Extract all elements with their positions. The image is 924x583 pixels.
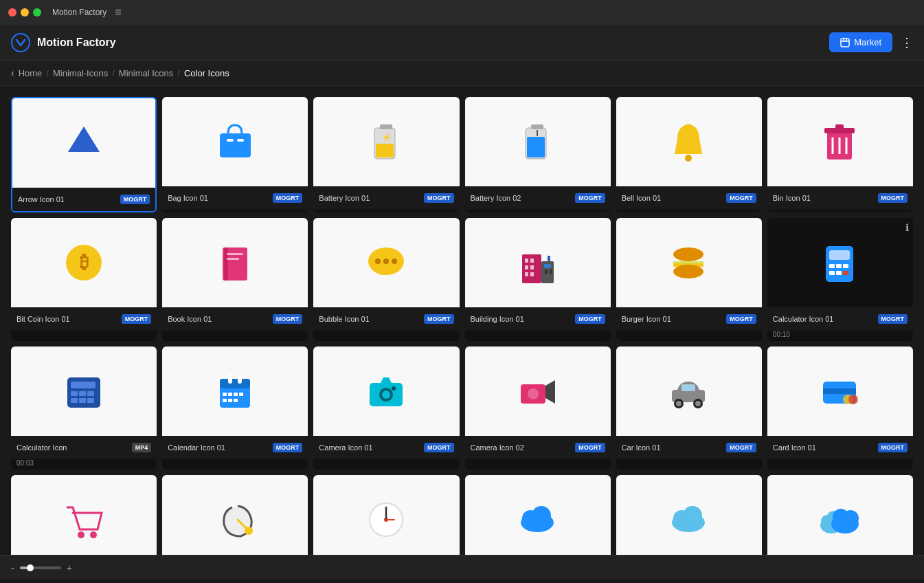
svg-rect-69 xyxy=(228,393,232,396)
title-bar-app-name: Motion Factory xyxy=(52,8,106,17)
zoom-out-button[interactable]: - xyxy=(11,562,14,573)
minimize-button[interactable] xyxy=(21,8,29,16)
card-label: Bell Icon 01 xyxy=(622,194,727,202)
card-calculator-icon[interactable]: Calculator Icon MP4 00:03 xyxy=(11,346,157,470)
maximize-button[interactable] xyxy=(33,8,41,16)
breadcrumb-minimal-icons-2[interactable]: Minimal Icons xyxy=(119,68,173,78)
card-arrow-icon-01[interactable]: Arrow Icon 01 MOGRT xyxy=(11,97,157,212)
svg-point-0 xyxy=(12,34,30,52)
card-book-icon-01[interactable]: Book Icon 01 MOGRT xyxy=(162,218,308,341)
card-footer: Camera Icon 02 MOGRT xyxy=(465,436,611,459)
svg-point-81 xyxy=(528,388,539,399)
app-title: Motion Factory xyxy=(37,36,116,49)
svg-rect-61 xyxy=(71,398,78,403)
traffic-lights xyxy=(8,8,41,16)
card-footer: Calculator Icon MP4 xyxy=(11,436,157,459)
svg-point-31 xyxy=(392,258,397,264)
close-button[interactable] xyxy=(8,8,16,16)
breadcrumb: ‹ Home / Minimal-Icons / Minimal Icons /… xyxy=(0,60,924,86)
badge-mogrt: MOGRT xyxy=(424,193,454,203)
card-footer: Bell Icon 01 MOGRT xyxy=(616,186,762,210)
hamburger-icon[interactable]: ≡ xyxy=(115,6,121,19)
svg-rect-42 xyxy=(544,264,551,268)
card-label: Camera Icon 01 xyxy=(319,443,424,452)
svg-point-101 xyxy=(532,506,551,525)
more-options-button[interactable]: ⋮ xyxy=(901,35,913,50)
card-bubble-icon-01[interactable]: Bubble Icon 01 MOGRT xyxy=(313,218,459,341)
svg-rect-8 xyxy=(376,144,394,157)
badge-mogrt: MOGRT xyxy=(878,193,908,203)
svg-rect-66 xyxy=(228,374,232,384)
card-calculator-icon-01[interactable]: ℹ Calculator Icon 01 MOGRT 00:10 xyxy=(767,218,913,341)
card-cart-icon-01[interactable]: Cart Icon 01 MP4 00:03 xyxy=(11,475,157,555)
card-card-icon-01[interactable]: Card Icon 01 MOGRT xyxy=(767,346,913,470)
svg-point-93 xyxy=(90,531,97,538)
card-building-icon-01[interactable]: Building Icon 01 MOGRT xyxy=(465,218,611,341)
svg-rect-1 xyxy=(841,38,849,47)
card-footer: Battery Icon 01 MOGRT xyxy=(313,186,459,210)
card-bin-icon-01[interactable]: Bin Icon 01 MOGRT xyxy=(767,97,913,212)
svg-rect-52 xyxy=(843,264,848,268)
zoom-in-button[interactable]: + xyxy=(67,562,72,573)
card-footer: Calculator Icon 01 MOGRT xyxy=(767,307,913,331)
card-label: Card Icon 01 xyxy=(773,443,878,452)
card-clock-icon-01[interactable]: Clock Icon 01 MOGRT xyxy=(313,475,459,555)
card-thumbnail: ℹ xyxy=(767,218,913,307)
card-camera-icon-02[interactable]: Camera Icon 02 MOGRT xyxy=(465,346,611,470)
svg-rect-17 xyxy=(835,124,844,129)
info-icon[interactable]: ℹ xyxy=(905,222,909,233)
svg-rect-71 xyxy=(239,393,243,396)
badge-mogrt: MOGRT xyxy=(575,314,605,324)
card-cloud-icon-02[interactable]: Cloud Icon 02 MOGRT xyxy=(616,475,762,555)
card-car-icon-01[interactable]: Car Icon 01 MOGRT xyxy=(616,346,762,470)
card-footer: Bin Icon 01 MOGRT xyxy=(767,186,913,210)
breadcrumb-color-icons[interactable]: Color Icons xyxy=(184,68,229,78)
card-thumbnail xyxy=(162,346,308,436)
card-bell-icon-01[interactable]: Bell Icon 01 MOGRT xyxy=(616,97,762,212)
badge-mogrt: MOGRT xyxy=(273,314,303,324)
breadcrumb-home[interactable]: Home xyxy=(19,68,43,78)
card-footer: Car Icon 01 MOGRT xyxy=(616,436,762,459)
card-thumbnail xyxy=(767,346,913,436)
header-right: Market ⋮ xyxy=(829,32,913,52)
svg-rect-87 xyxy=(681,384,695,391)
svg-rect-5 xyxy=(237,139,244,142)
card-thumbnail xyxy=(616,475,762,555)
badge-mogrt: MOGRT xyxy=(424,443,454,452)
card-calendar-icon-01[interactable]: Calendar Icon 01 MOGRT xyxy=(162,346,308,470)
back-button[interactable]: ‹ xyxy=(11,67,14,78)
card-thumbnail xyxy=(11,475,157,555)
svg-marker-80 xyxy=(545,380,555,404)
svg-rect-46 xyxy=(673,261,703,263)
badge-mogrt: MOGRT xyxy=(726,193,756,203)
card-cloud-icon-03[interactable]: Cloud Icon 03 MOGRT xyxy=(767,475,913,555)
badge-mogrt: MOGRT xyxy=(726,314,756,324)
zoom-knob xyxy=(27,564,34,571)
card-label: Arrow Icon 01 xyxy=(18,195,120,204)
app-header: Motion Factory Market ⋮ xyxy=(0,25,924,60)
market-button[interactable]: Market xyxy=(829,32,892,52)
breadcrumb-minimal-icons[interactable]: Minimal-Icons xyxy=(53,68,108,78)
badge-mogrt: MOGRT xyxy=(878,443,908,452)
zoom-slider[interactable] xyxy=(20,566,61,569)
card-footer: Card Icon 01 MOGRT xyxy=(767,436,913,459)
card-click-icon-01[interactable]: Click Icon 01 MOGRT xyxy=(162,475,308,555)
card-cloud-icon-01[interactable]: Cloud Icon 01 MOGRT xyxy=(465,475,611,555)
svg-point-84 xyxy=(676,401,681,406)
card-label: Camera Icon 02 xyxy=(471,443,576,452)
card-camera-icon-01[interactable]: Camera Icon 01 MOGRT xyxy=(313,346,459,470)
card-battery-icon-02[interactable]: Battery Icon 02 MOGRT xyxy=(465,97,611,212)
svg-rect-35 xyxy=(550,270,552,274)
svg-rect-26 xyxy=(227,258,239,260)
market-icon xyxy=(840,38,850,47)
badge-mogrt: MOGRT xyxy=(122,314,152,324)
svg-point-78 xyxy=(392,386,396,390)
card-label: Calculator Icon 01 xyxy=(773,315,878,323)
card-bag-icon-01[interactable]: Bag Icon 01 MOGRT xyxy=(162,97,308,212)
card-battery-icon-01[interactable]: ⚡ Battery Icon 01 MOGRT xyxy=(313,97,459,212)
card-bitcoin-icon-01[interactable]: ₿ Bit Coin Icon 01 MOGRT xyxy=(11,218,157,341)
card-burger-icon-01[interactable]: Burger Icon 01 MOGRT xyxy=(616,218,762,341)
svg-point-29 xyxy=(375,258,381,264)
card-thumbnail xyxy=(11,346,157,436)
svg-rect-39 xyxy=(530,265,534,270)
